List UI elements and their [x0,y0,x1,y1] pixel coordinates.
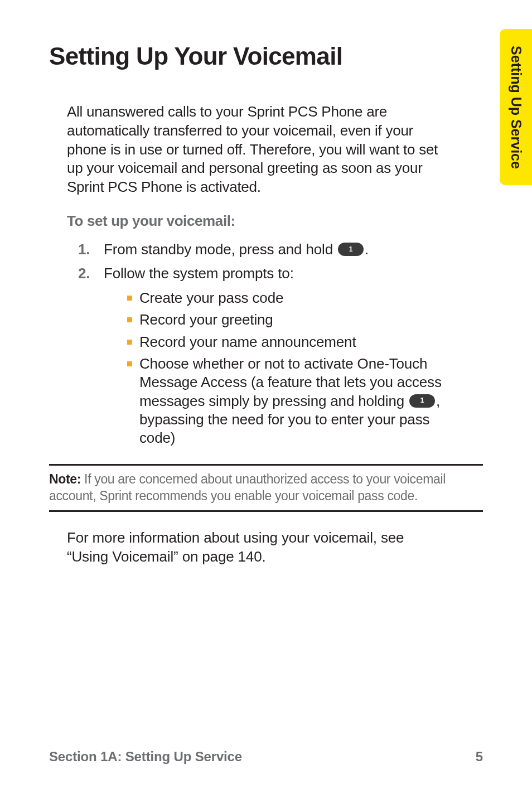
step-text: Follow the system prompts to: [104,265,294,282]
bullet-text-pre: Choose whether or not to activate One-To… [139,355,442,409]
step-text-post: . [365,241,369,258]
footer-section: Section 1A: Setting Up Service [49,749,242,765]
step-body: From standby mode, press and hold 1. [104,240,444,259]
step-text-pre: From standby mode, press and hold [104,241,337,258]
step-2: 2. Follow the system prompts to: Create … [78,264,444,451]
step-1: 1. From standby mode, press and hold 1. [78,240,444,259]
note-block: Note: If you are concerned about unautho… [49,464,483,512]
bullet-item: Create your pass code [127,289,444,307]
bullet-list: Create your pass code Record your greeti… [104,289,444,447]
bullet-item: Choose whether or not to activate One-To… [127,355,444,447]
key-1-icon: 1 [409,394,435,408]
section-tab-label: Setting Up Service [508,46,524,169]
footer-page-number: 5 [476,749,483,765]
section-tab: Setting Up Service [500,29,532,185]
bullet-item: Record your name announcement [127,333,444,351]
page-title: Setting Up Your Voicemail [49,42,483,70]
note-text: If you are concerned about unauthorized … [49,472,446,503]
key-1-icon: 1 [338,243,364,256]
bullet-item: Record your greeting [127,311,444,329]
step-number: 2. [78,264,104,283]
intro-paragraph: All unanswered calls to your Sprint PCS … [67,103,444,197]
steps-list: 1. From standby mode, press and hold 1. … [67,240,444,451]
step-number: 1. [78,240,104,259]
step-body: Follow the system prompts to: Create you… [104,264,444,451]
page-footer: Section 1A: Setting Up Service 5 [49,749,483,765]
closing-paragraph: For more information about using your vo… [49,529,483,567]
subheading: To set up your voicemail: [67,212,444,230]
note-label: Note: [49,472,81,486]
